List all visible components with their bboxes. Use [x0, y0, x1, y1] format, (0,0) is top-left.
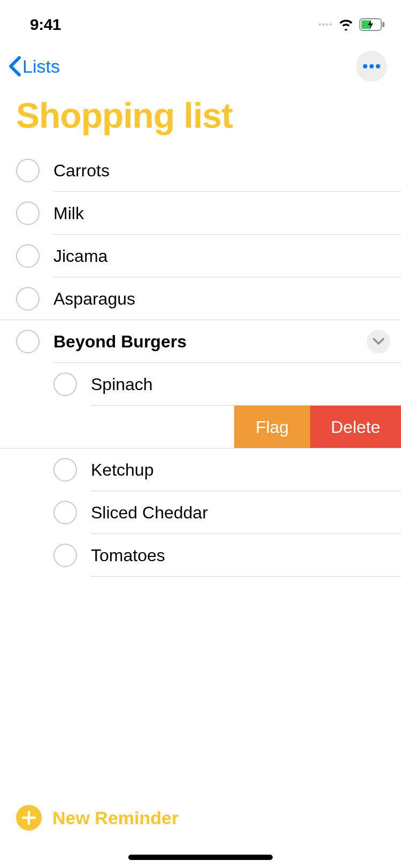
- plus-icon: [22, 811, 36, 825]
- checkbox-circle[interactable]: [53, 458, 77, 482]
- cellular-signal-icon: ••••: [319, 20, 333, 29]
- delete-button[interactable]: Delete: [310, 406, 401, 448]
- svg-point-4: [369, 64, 374, 68]
- checkbox-circle[interactable]: [53, 373, 77, 396]
- back-button[interactable]: Lists: [7, 56, 60, 77]
- nav-bar: Lists: [0, 43, 401, 90]
- reminder-label[interactable]: Carrots: [53, 161, 401, 181]
- bottom-toolbar: New Reminder: [0, 794, 401, 841]
- checkbox-circle[interactable]: [16, 330, 40, 353]
- checkbox-circle[interactable]: [16, 201, 40, 225]
- list-title: Shopping list: [0, 90, 401, 149]
- svg-rect-2: [382, 22, 384, 27]
- chevron-left-icon: [7, 56, 22, 77]
- reminder-row[interactable]: Tomatoes: [0, 534, 401, 577]
- reminder-label[interactable]: Tomatoes: [91, 546, 401, 565]
- wifi-icon: [338, 19, 354, 30]
- ellipsis-icon: [362, 64, 381, 69]
- flag-button[interactable]: Flag: [234, 406, 310, 448]
- battery-icon: [359, 18, 385, 31]
- home-indicator[interactable]: [128, 855, 273, 860]
- more-button[interactable]: [356, 51, 387, 82]
- reminder-label[interactable]: Ketchup: [91, 460, 401, 480]
- checkbox-circle[interactable]: [53, 544, 77, 567]
- svg-point-5: [376, 64, 380, 68]
- new-reminder-label[interactable]: New Reminder: [52, 808, 179, 828]
- checkbox-circle[interactable]: [53, 501, 77, 524]
- chevron-down-icon: [373, 338, 384, 345]
- svg-point-3: [363, 64, 367, 68]
- reminder-row[interactable]: Asparagus: [0, 277, 401, 320]
- status-bar: 9:41 ••••: [0, 0, 401, 43]
- reminder-row[interactable]: Milk: [0, 192, 401, 235]
- reminder-row[interactable]: Sliced Cheddar: [0, 491, 401, 534]
- back-label: Lists: [22, 56, 60, 77]
- reminder-label[interactable]: Spinach: [91, 375, 401, 394]
- reminder-label[interactable]: Jicama: [53, 246, 401, 266]
- reminder-label[interactable]: Sliced Cheddar: [91, 503, 401, 523]
- reminder-label[interactable]: Asparagus: [53, 289, 401, 309]
- reminder-group-row[interactable]: Beyond Burgers: [0, 320, 401, 363]
- reminder-row[interactable]: Jicama: [0, 235, 401, 277]
- checkbox-circle[interactable]: [16, 287, 40, 311]
- new-reminder-button[interactable]: [16, 805, 42, 831]
- status-time: 9:41: [30, 15, 61, 34]
- status-indicators: ••••: [319, 18, 385, 31]
- checkbox-circle[interactable]: [16, 159, 40, 182]
- swiped-reminder-row[interactable]: Flag Delete: [0, 406, 401, 448]
- reminder-row[interactable]: Spinach: [0, 363, 401, 406]
- reminder-label[interactable]: Milk: [53, 204, 401, 223]
- expand-button[interactable]: [367, 330, 390, 353]
- reminder-row[interactable]: Ketchup: [0, 448, 401, 491]
- checkbox-circle[interactable]: [16, 244, 40, 268]
- reminder-row[interactable]: Carrots: [0, 149, 401, 192]
- reminder-label[interactable]: Beyond Burgers: [53, 332, 367, 352]
